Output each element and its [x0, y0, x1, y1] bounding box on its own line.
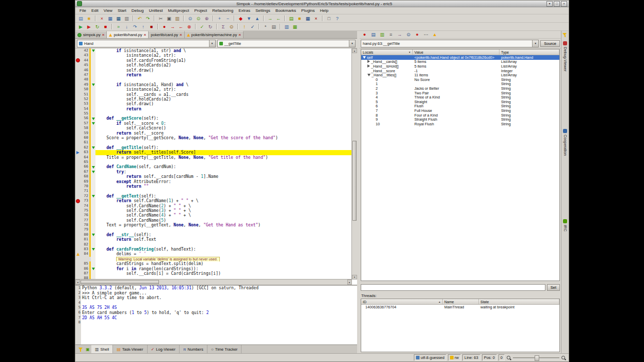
window-close-button[interactable]: ×	[561, 1, 567, 7]
code-line-78[interactable]: 78 Text = property(__getText, None, None…	[75, 223, 352, 227]
copy-icon[interactable]: ▣	[165, 14, 173, 22]
undo-icon[interactable]: ↶	[136, 14, 143, 22]
code-text[interactable]	[95, 77, 352, 82]
expand-icon[interactable]	[367, 60, 370, 63]
code-text[interactable]	[95, 189, 352, 193]
editor-tab-pokerlib-simplemachine-py[interactable]: pokerlib/simplemachine.py×	[185, 31, 244, 38]
code-line-86[interactable]: 86 for i in range(len(cardStrings)):	[75, 267, 352, 271]
code-text[interactable]: self.__cards = a1.__cards	[95, 92, 352, 97]
locals-header-locals[interactable]: Locals▼	[361, 50, 413, 55]
variable-row-9[interactable]: 9Straight FlushString	[361, 117, 559, 122]
editor-horizontal-scrollbar[interactable]: ◀ ▶	[75, 279, 352, 285]
set-button[interactable]: Set	[547, 284, 560, 291]
fold-margin[interactable]	[91, 199, 95, 203]
bookmark-prev-icon[interactable]: ▲	[253, 14, 261, 22]
code-text[interactable]	[95, 227, 352, 232]
code-text[interactable]: except AttributeError:	[95, 179, 352, 184]
marker-margin[interactable]	[75, 233, 81, 237]
code-text[interactable]	[95, 160, 352, 164]
variable-row-1[interactable]: 1String	[361, 82, 559, 87]
code-line-46[interactable]: 46 self.draw()	[75, 68, 352, 73]
code-text[interactable]: Text = property(__getText, None, None, "…	[95, 223, 352, 227]
code-text[interactable]: self.calcScore()	[95, 126, 352, 130]
fold-margin[interactable]	[91, 267, 95, 271]
zoom-in-icon[interactable]: +	[216, 14, 223, 22]
code-line-48[interactable]: 48	[75, 77, 352, 82]
code-line-77[interactable]: 77 self.CardName(5)	[75, 218, 352, 223]
code-line-63[interactable]: 63 return self.__titles[self.Score]	[75, 150, 352, 155]
code-line-69[interactable]: 69 except AttributeError:	[75, 179, 352, 184]
spell-check-icon[interactable]: ✓	[249, 23, 256, 30]
scrollbar-thumb[interactable]	[81, 280, 159, 284]
panel-tab-shell[interactable]: ▥Shell	[91, 345, 113, 353]
stop-debug-icon[interactable]: ■	[148, 23, 155, 30]
code-text[interactable]: return ""	[95, 184, 352, 189]
project-close-icon[interactable]: ×	[312, 14, 320, 22]
fold-margin[interactable]	[91, 271, 95, 276]
marker-margin[interactable]	[75, 87, 81, 92]
marker-margin[interactable]	[75, 189, 81, 193]
code-line-80[interactable]: 80 def __str__(self):	[75, 233, 352, 237]
editor-tab-simpok-py[interactable]: simpok.py×	[75, 31, 107, 38]
bookmark-toggle-icon[interactable]: ◆	[237, 14, 245, 22]
marker-margin[interactable]	[75, 170, 81, 174]
fold-margin[interactable]	[91, 83, 95, 87]
code-line-45[interactable]: 45 self.holdCards(a2)	[75, 63, 352, 68]
fold-margin[interactable]	[91, 227, 95, 232]
marker-margin[interactable]	[75, 155, 81, 160]
window-maximize-button[interactable]: □	[554, 1, 560, 7]
code-text[interactable]: self.CardName(3) + " " + \	[95, 208, 352, 213]
marker-margin[interactable]	[75, 160, 81, 164]
fold-margin[interactable]	[91, 136, 95, 140]
code-text[interactable]: def __getTitle(self):	[95, 145, 352, 150]
code-text[interactable]: self.holdCards(a2)	[95, 97, 352, 102]
fold-margin[interactable]	[91, 208, 95, 213]
menu-multiproject[interactable]: Multiproject	[166, 8, 192, 13]
code-text[interactable]: def __getText(self):	[95, 194, 352, 199]
menu-debug[interactable]: Debug	[129, 8, 147, 13]
sidebar-tab-irc[interactable]: IRC	[562, 219, 568, 232]
menu-plugins[interactable]: Plugins	[299, 8, 317, 13]
goto-line-icon[interactable]: →	[266, 14, 274, 22]
marker-margin[interactable]	[75, 58, 81, 63]
code-text[interactable]: self.cardsFromString(a1)	[95, 58, 352, 63]
continue-icon[interactable]: »	[115, 23, 122, 30]
tab-close-icon[interactable]: ×	[143, 33, 146, 37]
sidebar-filter-funnel-icon[interactable]	[562, 32, 567, 37]
call-trace-tab-icon[interactable]: →	[396, 31, 404, 39]
code-line-53[interactable]: 53 self.draw()	[75, 102, 352, 106]
code-line-68[interactable]: 68 return self.__cards[cardNum - 1].Name	[75, 174, 352, 179]
menu-view[interactable]: View	[101, 8, 115, 13]
code-text[interactable]: Score = property(__getScore, None, None,…	[95, 136, 352, 140]
code-line-61[interactable]: 61	[75, 140, 352, 145]
marker-margin[interactable]	[75, 73, 81, 77]
variable-row-8[interactable]: 8Four of a KindString	[361, 113, 559, 118]
goto-brace-icon[interactable]: ←	[275, 14, 282, 22]
code-line-52[interactable]: 52 self.holdCards(a2)	[75, 97, 352, 102]
marker-margin[interactable]	[75, 140, 81, 145]
code-line-75[interactable]: 75 self.CardName(3) + " " + \	[75, 208, 352, 213]
log-icon[interactable]: ▤	[270, 23, 278, 30]
variable-row--hand-score[interactable]: _Hand__score-1Integer	[361, 69, 559, 73]
marker-margin[interactable]	[75, 184, 81, 189]
scroll-up-icon[interactable]: ▲	[352, 48, 357, 53]
fold-margin[interactable]	[91, 126, 95, 130]
marker-margin[interactable]	[75, 227, 81, 232]
fullscreen-icon[interactable]: □	[325, 14, 333, 22]
fold-margin[interactable]	[91, 247, 95, 252]
code-text[interactable]: self.CardName(4) + " " + \	[95, 213, 352, 218]
filter-funnel-icon[interactable]	[77, 347, 84, 352]
code-line-72[interactable]: 72 def __getText(self):	[75, 194, 352, 199]
code-text[interactable]	[95, 140, 352, 145]
stack-frame-combo[interactable]: hand.py:63:__getTitle ▼	[361, 40, 539, 47]
locals-header-value[interactable]: Value	[413, 50, 500, 55]
code-text[interactable]: def __str__(self):	[95, 233, 352, 237]
step-icon[interactable]: ↓	[123, 23, 131, 30]
marker-margin[interactable]	[75, 126, 81, 130]
code-line-85[interactable]: 85 cardStrings = handText.split(delim)	[75, 261, 352, 266]
breakpoint-clear-icon[interactable]: ⊗	[185, 23, 193, 30]
code-text[interactable]: isinstance(a2, str):	[95, 53, 352, 58]
globals-tab-icon[interactable]: ▥	[378, 31, 386, 39]
fold-icon[interactable]	[92, 171, 95, 173]
code-text[interactable]: delims = ' '	[95, 252, 352, 256]
